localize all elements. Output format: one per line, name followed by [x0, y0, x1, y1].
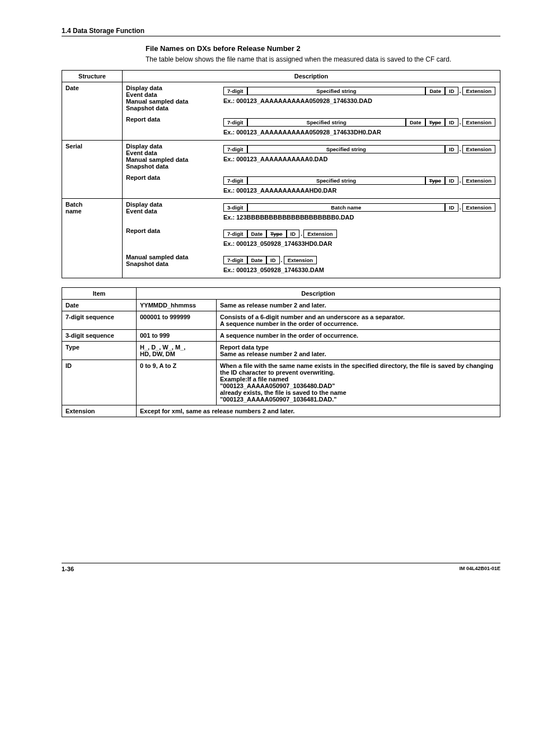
item-value: 0 to 9, A to Z: [137, 360, 217, 405]
tag-type: Type: [425, 118, 445, 127]
tag-3-digit: 3-digit: [223, 203, 247, 212]
item-label: Type: [62, 341, 137, 360]
tag-extension: Extension: [303, 230, 336, 238]
tag-type: Type: [266, 230, 286, 238]
item-desc: Consists of a 6-digit number and an unde…: [217, 311, 500, 329]
example-text: Ex.: 000123_AAAAAAAAAAA0.DAD: [223, 156, 495, 162]
tag-date: Date: [247, 256, 267, 264]
dot-separator: .: [299, 230, 303, 237]
tag-7-digit: 7-digit: [223, 230, 247, 238]
tag-id: ID: [445, 176, 458, 185]
data-types: Display data Event data: [123, 198, 219, 225]
example-text: Ex.: 000123_AAAAAAAAAAAHD0.DAR: [223, 187, 495, 194]
tag-specified-string: Specified string: [247, 176, 425, 185]
dot-separator: .: [458, 146, 462, 152]
tag-type: Type: [425, 176, 445, 185]
example-text: Ex.: 123BBBBBBBBBBBBBBBBBBBB0.DAD: [223, 214, 495, 221]
structure-label: Date: [62, 82, 123, 140]
tag-extension: Extension: [462, 203, 495, 212]
tag-id: ID: [445, 118, 458, 127]
tag-date: Date: [425, 87, 445, 95]
page-number: 1-36: [62, 566, 74, 572]
page-footer: 1-36 IM 04L42B01-01E: [62, 563, 500, 572]
tag-extension: Extension: [462, 87, 495, 95]
tag-extension: Extension: [462, 118, 495, 127]
example-text: Ex.: 000123_AAAAAAAAAAA050928_174633DH0.…: [223, 129, 495, 136]
tag-row: 7-digitDateTypeID.Extension: [223, 230, 495, 238]
tag-row: 7-digitSpecified stringDateTypeID.Extens…: [223, 118, 495, 127]
example-text: Ex.: 000123_AAAAAAAAAAA050928_1746330.DA…: [223, 97, 495, 104]
structure-label: Batch name: [62, 198, 123, 278]
filename-pattern: 7-digitSpecified stringID.ExtensionEx.: …: [219, 140, 500, 172]
item-desc: Except for xml, same as release numbers …: [137, 405, 500, 417]
item-value: 001 to 999: [137, 329, 217, 341]
tag-row: 7-digitSpecified stringTypeID.Extension: [223, 176, 495, 185]
item-label: Date: [62, 299, 137, 311]
filename-pattern: 3-digitBatch nameID.ExtensionEx.: 123BBB…: [219, 198, 500, 225]
item-desc: Same as release number 2 and later.: [217, 299, 500, 311]
tag-batch-name: Batch name: [247, 203, 446, 212]
th-item: Item: [62, 287, 137, 299]
item-desc: A sequence number in the order of occurr…: [217, 329, 500, 341]
tag-date: Date: [247, 230, 267, 238]
data-types: Report data: [123, 172, 219, 199]
subheading: File Names on DXs before Release Number …: [146, 44, 500, 53]
item-label: 3-digit sequence: [62, 329, 137, 341]
example-text: Ex.: 000123_050928_174633HD0.DAR: [223, 240, 495, 247]
dot-separator: .: [458, 204, 462, 211]
tag-date: Date: [406, 118, 425, 127]
tag-row: 3-digitBatch nameID.Extension: [223, 203, 495, 212]
filename-pattern: 7-digitSpecified stringDateTypeID.Extens…: [219, 114, 500, 141]
structure-table: Structure Description DateDisplay data E…: [62, 70, 500, 278]
th-description-2: Description: [137, 287, 500, 299]
tag-7-digit: 7-digit: [223, 118, 247, 127]
item-desc: Report data type Same as release number …: [217, 341, 500, 360]
dot-separator: .: [458, 177, 462, 184]
tag-7-digit: 7-digit: [223, 176, 247, 185]
item-table: Item Description DateYYMMDD_hhmmssSame a…: [62, 287, 500, 417]
tag-id: ID: [445, 203, 458, 212]
tag-id: ID: [445, 87, 458, 95]
data-types: Report data: [123, 114, 219, 141]
tag-7-digit: 7-digit: [223, 87, 247, 95]
th-description: Description: [123, 70, 500, 82]
tag-7-digit: 7-digit: [223, 145, 247, 153]
intro-paragraph: The table below shows the file name that…: [146, 55, 500, 64]
item-desc: When a file with the same name exists in…: [217, 360, 500, 405]
data-types: Manual sampled data Snapshot data: [123, 251, 219, 278]
dot-separator: .: [280, 256, 284, 263]
data-types: Report data: [123, 225, 219, 251]
doc-id: IM 04L42B01-01E: [459, 566, 500, 572]
filename-pattern: 7-digitSpecified stringTypeID.ExtensionE…: [219, 172, 500, 199]
tag-extension: Extension: [462, 145, 495, 153]
data-types: Display data Event data Manual sampled d…: [123, 82, 219, 114]
tag-id: ID: [266, 256, 280, 264]
tag-id: ID: [445, 145, 458, 153]
item-label: Extension: [62, 405, 137, 417]
filename-pattern: 7-digitDateID.ExtensionEx.: 000123_05092…: [219, 251, 500, 278]
tag-specified-string: Specified string: [247, 145, 446, 153]
item-label: ID: [62, 360, 137, 405]
tag-specified-string: Specified string: [247, 87, 426, 95]
dot-separator: .: [458, 119, 462, 125]
item-value: H_, D_, W_, M_, HD, DW, DM: [137, 341, 217, 360]
structure-label: Serial: [62, 140, 123, 198]
item-label: 7-digit sequence: [62, 311, 137, 329]
tag-row: 7-digitSpecified stringID.Extension: [223, 145, 495, 153]
filename-pattern: 7-digitDateTypeID.ExtensionEx.: 000123_0…: [219, 225, 500, 251]
tag-extension: Extension: [462, 176, 495, 185]
example-text: Ex.: 000123_050928_1746330.DAM: [223, 267, 495, 273]
tag-id: ID: [287, 230, 300, 238]
data-types: Display data Event data Manual sampled d…: [123, 140, 219, 172]
tag-specified-string: Specified string: [247, 118, 406, 127]
tag-7-digit: 7-digit: [223, 256, 247, 264]
tag-row: 7-digitDateID.Extension: [223, 256, 495, 264]
tag-row: 7-digitSpecified stringDateID.Extension: [223, 87, 495, 95]
dot-separator: .: [458, 87, 462, 94]
section-header: 1.4 Data Storage Function: [62, 27, 500, 36]
filename-pattern: 7-digitSpecified stringDateID.ExtensionE…: [219, 82, 500, 114]
tag-extension: Extension: [284, 256, 317, 264]
th-structure: Structure: [62, 70, 123, 82]
item-value: YYMMDD_hhmmss: [137, 299, 217, 311]
item-value: 000001 to 999999: [137, 311, 217, 329]
